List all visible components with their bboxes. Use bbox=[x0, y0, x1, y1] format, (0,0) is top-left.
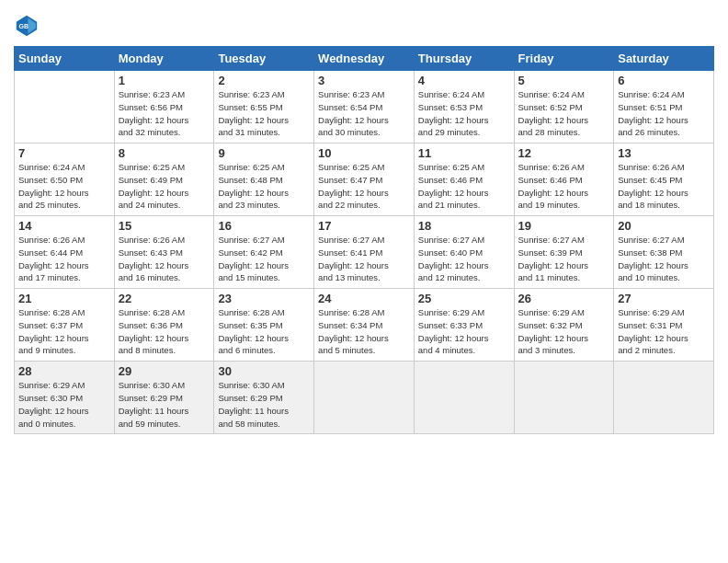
day-number: 9 bbox=[218, 146, 310, 160]
day-info: Sunrise: 6:23 AM Sunset: 6:56 PM Dayligh… bbox=[119, 88, 210, 139]
day-number: 2 bbox=[218, 74, 310, 87]
day-cell: 14Sunrise: 6:26 AM Sunset: 6:44 PM Dayli… bbox=[15, 216, 115, 289]
page: GB SundayMondayTuesdayWednesdayThursdayF… bbox=[0, 0, 728, 563]
day-number: 30 bbox=[218, 364, 310, 378]
day-cell: 1Sunrise: 6:23 AM Sunset: 6:56 PM Daylig… bbox=[114, 71, 214, 144]
day-number: 18 bbox=[418, 219, 510, 233]
day-cell bbox=[614, 362, 714, 434]
week-row-2: 14Sunrise: 6:26 AM Sunset: 6:44 PM Dayli… bbox=[15, 216, 714, 289]
day-info: Sunrise: 6:26 AM Sunset: 6:44 PM Dayligh… bbox=[18, 234, 110, 284]
day-info: Sunrise: 6:27 AM Sunset: 6:42 PM Dayligh… bbox=[218, 234, 310, 284]
calendar-body: 1Sunrise: 6:23 AM Sunset: 6:56 PM Daylig… bbox=[15, 71, 714, 434]
day-info: Sunrise: 6:27 AM Sunset: 6:41 PM Dayligh… bbox=[318, 234, 410, 284]
day-number: 14 bbox=[18, 219, 110, 233]
weekday-header-saturday: Saturday bbox=[614, 47, 714, 71]
day-info: Sunrise: 6:28 AM Sunset: 6:35 PM Dayligh… bbox=[218, 306, 310, 357]
day-info: Sunrise: 6:28 AM Sunset: 6:37 PM Dayligh… bbox=[18, 306, 110, 357]
weekday-row: SundayMondayTuesdayWednesdayThursdayFrid… bbox=[15, 47, 714, 71]
svg-text:GB: GB bbox=[19, 23, 29, 29]
day-info: Sunrise: 6:26 AM Sunset: 6:46 PM Dayligh… bbox=[518, 161, 610, 212]
weekday-header-monday: Monday bbox=[114, 47, 214, 71]
day-cell: 26Sunrise: 6:29 AM Sunset: 6:32 PM Dayli… bbox=[514, 289, 614, 362]
day-info: Sunrise: 6:26 AM Sunset: 6:45 PM Dayligh… bbox=[618, 161, 710, 212]
day-info: Sunrise: 6:24 AM Sunset: 6:52 PM Dayligh… bbox=[518, 88, 610, 139]
day-cell: 24Sunrise: 6:28 AM Sunset: 6:34 PM Dayli… bbox=[314, 289, 415, 362]
day-number: 26 bbox=[518, 292, 610, 305]
day-cell: 11Sunrise: 6:25 AM Sunset: 6:46 PM Dayli… bbox=[414, 144, 514, 216]
day-info: Sunrise: 6:29 AM Sunset: 6:32 PM Dayligh… bbox=[518, 306, 610, 357]
day-info: Sunrise: 6:27 AM Sunset: 6:40 PM Dayligh… bbox=[418, 234, 510, 284]
logo-icon: GB bbox=[14, 13, 40, 39]
day-number: 21 bbox=[18, 292, 110, 305]
day-number: 1 bbox=[119, 74, 210, 87]
day-number: 20 bbox=[618, 219, 710, 233]
day-number: 28 bbox=[18, 364, 110, 378]
weekday-header-tuesday: Tuesday bbox=[214, 47, 314, 71]
day-number: 25 bbox=[418, 292, 510, 305]
day-info: Sunrise: 6:28 AM Sunset: 6:34 PM Dayligh… bbox=[318, 306, 410, 357]
day-info: Sunrise: 6:25 AM Sunset: 6:48 PM Dayligh… bbox=[218, 161, 310, 212]
day-info: Sunrise: 6:23 AM Sunset: 6:55 PM Dayligh… bbox=[218, 88, 310, 139]
day-number: 5 bbox=[518, 74, 610, 87]
day-cell: 7Sunrise: 6:24 AM Sunset: 6:50 PM Daylig… bbox=[15, 144, 115, 216]
day-cell: 5Sunrise: 6:24 AM Sunset: 6:52 PM Daylig… bbox=[514, 71, 614, 144]
day-cell: 2Sunrise: 6:23 AM Sunset: 6:55 PM Daylig… bbox=[214, 71, 314, 144]
day-cell: 15Sunrise: 6:26 AM Sunset: 6:43 PM Dayli… bbox=[114, 216, 214, 289]
day-cell bbox=[314, 362, 415, 434]
weekday-header-thursday: Thursday bbox=[414, 47, 514, 71]
day-cell: 17Sunrise: 6:27 AM Sunset: 6:41 PM Dayli… bbox=[314, 216, 415, 289]
day-cell: 29Sunrise: 6:30 AM Sunset: 6:29 PM Dayli… bbox=[114, 362, 214, 434]
day-info: Sunrise: 6:23 AM Sunset: 6:54 PM Dayligh… bbox=[318, 88, 410, 139]
day-number: 27 bbox=[618, 292, 710, 305]
day-cell: 21Sunrise: 6:28 AM Sunset: 6:37 PM Dayli… bbox=[15, 289, 115, 362]
week-row-0: 1Sunrise: 6:23 AM Sunset: 6:56 PM Daylig… bbox=[15, 71, 714, 144]
day-cell bbox=[514, 362, 614, 434]
header: GB bbox=[14, 9, 714, 39]
day-cell bbox=[15, 71, 115, 144]
day-number: 17 bbox=[318, 219, 410, 233]
day-cell: 27Sunrise: 6:29 AM Sunset: 6:31 PM Dayli… bbox=[614, 289, 714, 362]
day-cell: 6Sunrise: 6:24 AM Sunset: 6:51 PM Daylig… bbox=[614, 71, 714, 144]
day-cell: 8Sunrise: 6:25 AM Sunset: 6:49 PM Daylig… bbox=[114, 144, 214, 216]
day-number: 3 bbox=[318, 74, 410, 87]
day-info: Sunrise: 6:24 AM Sunset: 6:53 PM Dayligh… bbox=[418, 88, 510, 139]
day-cell: 12Sunrise: 6:26 AM Sunset: 6:46 PM Dayli… bbox=[514, 144, 614, 216]
day-cell: 23Sunrise: 6:28 AM Sunset: 6:35 PM Dayli… bbox=[214, 289, 314, 362]
day-cell: 4Sunrise: 6:24 AM Sunset: 6:53 PM Daylig… bbox=[414, 71, 514, 144]
day-number: 4 bbox=[418, 74, 510, 87]
day-cell: 9Sunrise: 6:25 AM Sunset: 6:48 PM Daylig… bbox=[214, 144, 314, 216]
day-cell: 20Sunrise: 6:27 AM Sunset: 6:38 PM Dayli… bbox=[614, 216, 714, 289]
weekday-header-friday: Friday bbox=[514, 47, 614, 71]
day-number: 22 bbox=[119, 292, 210, 305]
day-info: Sunrise: 6:27 AM Sunset: 6:38 PM Dayligh… bbox=[618, 234, 710, 284]
day-info: Sunrise: 6:26 AM Sunset: 6:43 PM Dayligh… bbox=[119, 234, 210, 284]
day-cell: 25Sunrise: 6:29 AM Sunset: 6:33 PM Dayli… bbox=[414, 289, 514, 362]
week-row-3: 21Sunrise: 6:28 AM Sunset: 6:37 PM Dayli… bbox=[15, 289, 714, 362]
day-info: Sunrise: 6:25 AM Sunset: 6:47 PM Dayligh… bbox=[318, 161, 410, 212]
day-cell: 13Sunrise: 6:26 AM Sunset: 6:45 PM Dayli… bbox=[614, 144, 714, 216]
day-number: 8 bbox=[119, 146, 210, 160]
day-info: Sunrise: 6:29 AM Sunset: 6:30 PM Dayligh… bbox=[18, 379, 110, 430]
calendar: SundayMondayTuesdayWednesdayThursdayFrid… bbox=[14, 46, 714, 434]
day-info: Sunrise: 6:24 AM Sunset: 6:50 PM Dayligh… bbox=[18, 161, 110, 212]
day-number: 29 bbox=[119, 364, 210, 378]
day-info: Sunrise: 6:29 AM Sunset: 6:33 PM Dayligh… bbox=[418, 306, 510, 357]
weekday-header-sunday: Sunday bbox=[15, 47, 115, 71]
day-info: Sunrise: 6:25 AM Sunset: 6:49 PM Dayligh… bbox=[119, 161, 210, 212]
day-cell: 28Sunrise: 6:29 AM Sunset: 6:30 PM Dayli… bbox=[15, 362, 115, 434]
day-number: 23 bbox=[218, 292, 310, 305]
day-number: 6 bbox=[618, 74, 710, 87]
day-number: 12 bbox=[518, 146, 610, 160]
day-info: Sunrise: 6:30 AM Sunset: 6:29 PM Dayligh… bbox=[218, 379, 310, 430]
weekday-header-wednesday: Wednesday bbox=[314, 47, 415, 71]
logo: GB bbox=[14, 13, 43, 39]
day-number: 10 bbox=[318, 146, 410, 160]
day-cell: 18Sunrise: 6:27 AM Sunset: 6:40 PM Dayli… bbox=[414, 216, 514, 289]
week-row-4: 28Sunrise: 6:29 AM Sunset: 6:30 PM Dayli… bbox=[15, 362, 714, 434]
day-info: Sunrise: 6:27 AM Sunset: 6:39 PM Dayligh… bbox=[518, 234, 610, 284]
day-number: 15 bbox=[119, 219, 210, 233]
day-number: 7 bbox=[18, 146, 110, 160]
day-number: 16 bbox=[218, 219, 310, 233]
day-number: 13 bbox=[618, 146, 710, 160]
day-cell: 3Sunrise: 6:23 AM Sunset: 6:54 PM Daylig… bbox=[314, 71, 415, 144]
